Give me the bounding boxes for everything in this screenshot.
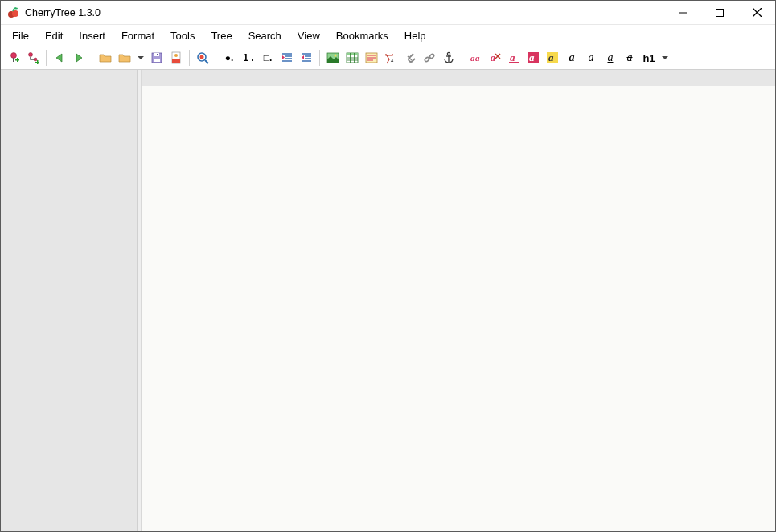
svg-rect-16 <box>154 59 160 62</box>
bullet-icon: ●. <box>224 52 236 63</box>
svg-point-34 <box>335 55 337 57</box>
toolbar-separator <box>189 50 190 66</box>
open-file-button[interactable] <box>96 49 114 67</box>
strikethrough-button[interactable]: a <box>621 49 638 67</box>
svg-point-49 <box>447 52 450 55</box>
svg-line-24 <box>205 60 208 63</box>
go-back-button[interactable] <box>51 49 68 67</box>
heading-icon: h1 <box>641 52 656 64</box>
go-forward-button[interactable] <box>70 49 88 67</box>
svg-point-11 <box>29 53 33 57</box>
save-button[interactable] <box>148 49 166 67</box>
underline-icon: a <box>606 51 615 64</box>
insert-link-button[interactable] <box>421 49 438 67</box>
svg-point-1 <box>12 10 18 17</box>
svg-text:a: a <box>491 52 495 63</box>
number-icon: 1 . <box>241 52 255 63</box>
toolbar-separator <box>92 50 92 66</box>
svg-point-47 <box>429 54 434 59</box>
checkbox-icon: □. <box>262 52 274 63</box>
menu-format[interactable]: Format <box>113 27 162 45</box>
heading-dropdown[interactable] <box>659 49 671 67</box>
svg-rect-18 <box>157 54 158 55</box>
content-area <box>1 70 775 531</box>
svg-rect-14 <box>37 60 39 64</box>
insert-file-button[interactable] <box>401 49 419 67</box>
svg-text:a: a <box>529 51 535 63</box>
italic-icon: a <box>587 51 596 64</box>
minimize-button[interactable] <box>664 1 701 24</box>
svg-text:a: a <box>510 51 515 63</box>
editor-header <box>142 70 775 86</box>
insert-table-button[interactable] <box>343 49 361 67</box>
menu-tree[interactable]: Tree <box>203 27 240 45</box>
bold-button[interactable]: a <box>563 49 581 67</box>
svg-text:a: a <box>548 51 554 63</box>
menu-tools[interactable]: Tools <box>162 27 203 45</box>
find-replace-button[interactable] <box>194 49 211 67</box>
titlebar: CherryTree 1.3.0 <box>1 1 775 25</box>
svg-rect-36 <box>347 53 358 55</box>
close-button[interactable] <box>738 1 775 24</box>
menu-view[interactable]: View <box>289 27 328 45</box>
text-bg-color-button[interactable]: a <box>524 49 542 67</box>
toolbar-separator <box>216 50 216 66</box>
bulleted-list-button[interactable]: ●. <box>220 49 238 67</box>
window-title: CherryTree 1.3.0 <box>25 7 664 18</box>
text-color-button[interactable]: a <box>505 49 523 67</box>
menu-insert[interactable]: Insert <box>71 27 113 45</box>
heading-button[interactable]: h1 <box>640 49 658 67</box>
toolbar: ●. 1 . □. <box>1 47 775 70</box>
italic-button[interactable]: a <box>582 49 600 67</box>
open-recent-dropdown[interactable] <box>135 49 146 67</box>
svg-point-7 <box>11 53 17 59</box>
toolbar-separator <box>319 50 320 66</box>
svg-text:x: x <box>390 56 394 63</box>
strikethrough-icon: a <box>626 51 634 64</box>
maximize-button[interactable] <box>701 1 738 24</box>
app-icon <box>7 6 20 19</box>
underline-button[interactable]: a <box>602 49 619 67</box>
svg-point-2 <box>14 7 18 9</box>
editor-wrap <box>142 70 775 531</box>
svg-point-12 <box>34 58 37 61</box>
menu-help[interactable]: Help <box>396 27 434 45</box>
editor[interactable] <box>142 86 775 531</box>
svg-text:a: a <box>475 53 480 63</box>
svg-rect-58 <box>509 62 519 63</box>
svg-rect-20 <box>172 59 180 63</box>
svg-rect-4 <box>716 9 724 16</box>
increase-indent-button[interactable] <box>278 49 296 67</box>
menu-file[interactable]: File <box>4 27 37 45</box>
svg-point-23 <box>200 55 204 59</box>
svg-rect-10 <box>17 58 18 62</box>
export-pdf-button[interactable] <box>167 49 185 67</box>
menubar: File Edit Insert Format Tools Tree Searc… <box>1 25 775 47</box>
open-recent-button[interactable] <box>116 49 133 67</box>
menu-search[interactable]: Search <box>240 27 289 45</box>
svg-rect-8 <box>13 58 14 62</box>
add-node-button[interactable] <box>5 49 23 67</box>
svg-point-21 <box>174 54 178 57</box>
insert-latex-button[interactable]: x <box>382 49 400 67</box>
remove-formatting-button[interactable]: a <box>486 49 503 67</box>
insert-anchor-button[interactable] <box>440 49 458 67</box>
clone-formatting-button[interactable]: a a <box>466 49 484 67</box>
menu-edit[interactable]: Edit <box>37 27 71 45</box>
insert-codebox-button[interactable] <box>363 49 380 67</box>
insert-image-button[interactable] <box>324 49 342 67</box>
toolbar-separator <box>462 50 462 66</box>
toolbar-separator <box>46 50 47 66</box>
add-subnode-button[interactable] <box>24 49 42 67</box>
tree-sidebar[interactable] <box>1 70 138 531</box>
decrease-indent-button[interactable] <box>298 49 315 67</box>
window-controls <box>664 1 775 24</box>
menu-bookmarks[interactable]: Bookmarks <box>328 27 396 45</box>
numbered-list-button[interactable]: 1 . <box>240 49 257 67</box>
todo-list-button[interactable]: □. <box>259 49 277 67</box>
text-highlight-button[interactable]: a <box>544 49 561 67</box>
bold-icon: a <box>568 51 577 64</box>
